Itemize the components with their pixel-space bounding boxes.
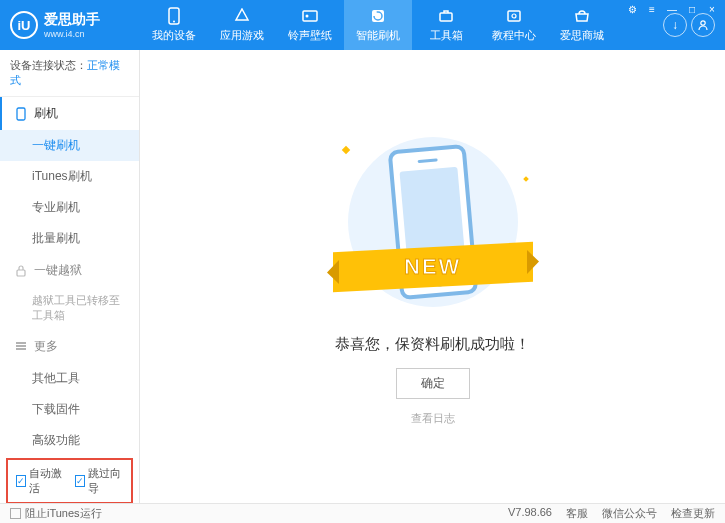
success-message: 恭喜您，保资料刷机成功啦！ (335, 335, 530, 354)
svg-point-7 (512, 14, 516, 18)
checkmark-icon: ✓ (16, 475, 26, 487)
nav-tab-media[interactable]: 铃声壁纸 (276, 0, 344, 50)
sidebar-section-flash[interactable]: 刷机 (0, 97, 139, 130)
sidebar-item-itunes-flash[interactable]: iTunes刷机 (0, 161, 139, 192)
svg-point-8 (701, 21, 705, 25)
svg-rect-2 (303, 11, 317, 21)
sidebar-item-oneclick-flash[interactable]: 一键刷机 (0, 130, 139, 161)
nav-tab-store[interactable]: 爱思商城 (548, 0, 616, 50)
svg-rect-6 (508, 11, 520, 21)
more-icon (14, 339, 28, 353)
options-highlight: ✓ 自动激活 ✓ 跳过向导 (6, 458, 133, 504)
checkbox-icon (10, 508, 21, 519)
book-icon (505, 7, 523, 25)
footer-wechat[interactable]: 微信公众号 (602, 506, 657, 521)
svg-point-3 (306, 15, 309, 18)
minimize-icon[interactable]: — (663, 2, 681, 16)
success-illustration: NEW (343, 127, 523, 317)
confirm-button[interactable]: 确定 (396, 368, 470, 399)
checkmark-icon: ✓ (75, 475, 85, 487)
apps-icon (233, 7, 251, 25)
nav-tab-tutorial[interactable]: 教程中心 (480, 0, 548, 50)
download-button[interactable]: ↓ (663, 13, 687, 37)
sidebar-item-other-tools[interactable]: 其他工具 (0, 363, 139, 394)
brand-url: www.i4.cn (44, 29, 100, 39)
sidebar-item-download-firmware[interactable]: 下载固件 (0, 394, 139, 425)
user-button[interactable] (691, 13, 715, 37)
store-icon (573, 7, 591, 25)
svg-rect-10 (17, 270, 25, 276)
media-icon (301, 7, 319, 25)
logo-icon: iU (10, 11, 38, 39)
lock-icon (14, 264, 28, 278)
content-area: NEW 恭喜您，保资料刷机成功啦！ 确定 查看日志 (140, 50, 725, 503)
logo: iU 爱思助手 www.i4.cn (10, 11, 140, 39)
checkbox-skip-guide[interactable]: ✓ 跳过向导 (75, 466, 124, 496)
maximize-icon[interactable]: □ (683, 2, 701, 16)
view-log-link[interactable]: 查看日志 (411, 411, 455, 426)
toolbox-icon (437, 7, 455, 25)
nav-tab-toolbox[interactable]: 工具箱 (412, 0, 480, 50)
footer: 阻止iTunes运行 V7.98.66 客服 微信公众号 检查更新 (0, 503, 725, 523)
checkbox-block-itunes[interactable]: 阻止iTunes运行 (10, 506, 102, 521)
footer-update[interactable]: 检查更新 (671, 506, 715, 521)
svg-rect-5 (440, 13, 452, 21)
sidebar: 设备连接状态：正常模式 刷机 一键刷机 iTunes刷机 专业刷机 批量刷机 一… (0, 50, 140, 503)
nav-tab-device[interactable]: 我的设备 (140, 0, 208, 50)
nav-tab-flash[interactable]: 智能刷机 (344, 0, 412, 50)
sidebar-item-pro-flash[interactable]: 专业刷机 (0, 192, 139, 223)
checkbox-auto-activate[interactable]: ✓ 自动激活 (16, 466, 65, 496)
svg-rect-9 (17, 108, 25, 120)
svg-point-1 (173, 21, 175, 23)
topbar: iU 爱思助手 www.i4.cn 我的设备 应用游戏 铃声壁纸 智能刷机 工具… (0, 0, 725, 50)
connection-status: 设备连接状态：正常模式 (0, 50, 139, 97)
close-icon[interactable]: × (703, 2, 721, 16)
nav-tab-apps[interactable]: 应用游戏 (208, 0, 276, 50)
version-label: V7.98.66 (508, 506, 552, 521)
menu-icon[interactable]: ≡ (643, 2, 661, 16)
jailbreak-note: 越狱工具已转移至工具箱 (0, 287, 139, 330)
sidebar-section-jailbreak: 一键越狱 (0, 254, 139, 287)
footer-service[interactable]: 客服 (566, 506, 588, 521)
refresh-icon (369, 7, 387, 25)
flash-icon (14, 107, 28, 121)
brand-name: 爱思助手 (44, 11, 100, 29)
phone-icon (165, 7, 183, 25)
nav-tabs: 我的设备 应用游戏 铃声壁纸 智能刷机 工具箱 教程中心 爱思商城 (140, 0, 663, 50)
sidebar-section-more[interactable]: 更多 (0, 330, 139, 363)
sidebar-item-batch-flash[interactable]: 批量刷机 (0, 223, 139, 254)
sidebar-item-advanced[interactable]: 高级功能 (0, 425, 139, 456)
settings-icon[interactable]: ⚙ (623, 2, 641, 16)
